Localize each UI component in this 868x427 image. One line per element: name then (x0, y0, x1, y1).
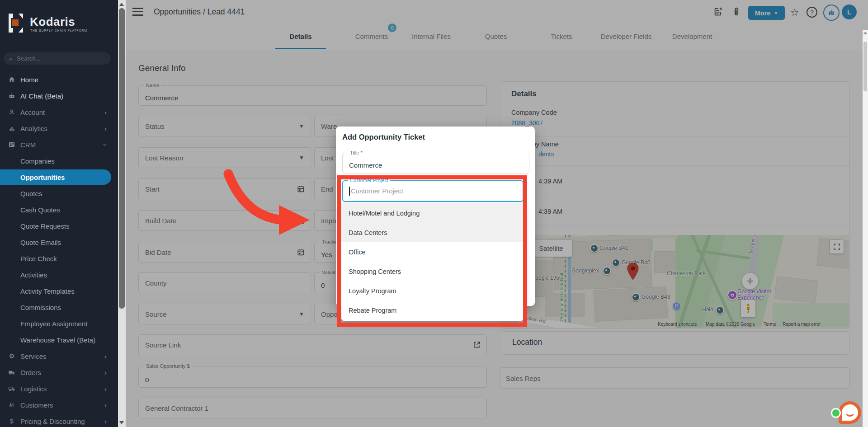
sidebar-item-price-check[interactable]: Price Check (0, 251, 111, 266)
chevron-right-icon: › (104, 418, 107, 425)
robot-icon (8, 92, 16, 100)
sidebar-item-activity-templates[interactable]: Activity Templates (0, 283, 111, 299)
people-icon (8, 401, 16, 409)
sidebar-item-home[interactable]: Home (0, 72, 111, 87)
sidebar-item-orders[interactable]: Orders › (0, 365, 111, 380)
scrollbar-thumb[interactable] (119, 8, 125, 309)
contact-card-icon (8, 141, 16, 149)
search-input[interactable] (16, 55, 99, 62)
sidebar: Kodaris THE SUPPLY CHAIN PLATFORM ⌕ Home… (0, 0, 118, 427)
sidebar-item-cash-quotes[interactable]: Cash Quotes (0, 202, 111, 217)
sidebar-item-logistics[interactable]: Logistics › (0, 381, 111, 396)
chevron-down-icon: › (102, 144, 109, 146)
truck-icon (8, 368, 16, 376)
chat-widget[interactable] (831, 399, 867, 427)
sidebar-item-opportunities[interactable]: Opportunities (0, 169, 111, 185)
sidebar-search[interactable]: ⌕ (4, 52, 111, 65)
chevron-right-icon: › (104, 369, 107, 376)
sidebar-item-customers[interactable]: Customers › (0, 397, 111, 413)
ticket-title-field[interactable]: Title * Commerce (342, 153, 529, 174)
scroll-up-arrow[interactable] (119, 3, 124, 6)
annotation-arrow (219, 167, 316, 242)
shipping-truck-icon (8, 385, 16, 393)
search-icon: ⌕ (9, 55, 12, 62)
sidebar-item-quote-requests[interactable]: Quote Requests (0, 218, 111, 234)
sidebar-item-ai-chat[interactable]: AI Chat (Beta) (0, 88, 111, 103)
sidebar-item-crm[interactable]: CRM › (0, 137, 111, 152)
sidebar-item-quote-emails[interactable]: Quote Emails (0, 235, 111, 250)
chat-bubble-icon[interactable] (839, 401, 861, 424)
sidebar-item-warehouse-travel[interactable]: Warehouse Travel (Beta) (0, 332, 111, 347)
sidebar-item-services[interactable]: ⚙ Services › (0, 348, 111, 364)
chevron-right-icon: › (104, 401, 107, 409)
modal-title: Add Opportunity Ticket (342, 133, 425, 141)
scrollbar-thumb[interactable] (863, 42, 867, 91)
sidebar-item-account[interactable]: Account › (0, 104, 111, 120)
brand-name: Kodaris (30, 15, 75, 29)
app-screen: Opportunities / Lead 4441 More ▼ ☆ ? L D… (0, 0, 868, 427)
brand-tagline: THE SUPPLY CHAIN PLATFORM (30, 29, 87, 32)
chevron-right-icon: › (104, 108, 107, 116)
chevron-right-icon: › (104, 125, 107, 132)
sidebar-item-pricing-discounting[interactable]: $ Pricing & Discounting › (0, 413, 111, 427)
sidebar-item-commissions[interactable]: Commissions (0, 300, 111, 315)
sidebar-item-quotes[interactable]: Quotes (0, 186, 111, 201)
sidebar-scrollbar[interactable] (118, 0, 126, 427)
scroll-up-arrow[interactable] (863, 32, 868, 34)
home-icon (8, 75, 16, 84)
page-scrollbar[interactable] (863, 30, 868, 427)
online-status-dot (832, 409, 840, 417)
bar-chart-icon (8, 124, 16, 132)
dollar-icon: $ (8, 417, 16, 425)
gear-icon: ⚙ (8, 352, 16, 360)
sidebar-item-companies[interactable]: Companies (0, 153, 111, 169)
annotation-highlight-box (337, 175, 527, 327)
sidebar-item-analytics[interactable]: Analytics › (0, 121, 111, 136)
sidebar-item-activities[interactable]: Activities (0, 267, 111, 282)
chevron-right-icon: › (104, 352, 107, 360)
kodaris-logo-icon (8, 14, 26, 33)
chat-smile (846, 410, 854, 417)
scroll-down-arrow[interactable] (119, 421, 124, 424)
sidebar-item-employee-assignment[interactable]: Employee Assignment (0, 316, 111, 331)
chevron-right-icon: › (104, 385, 107, 393)
person-icon (8, 108, 16, 116)
